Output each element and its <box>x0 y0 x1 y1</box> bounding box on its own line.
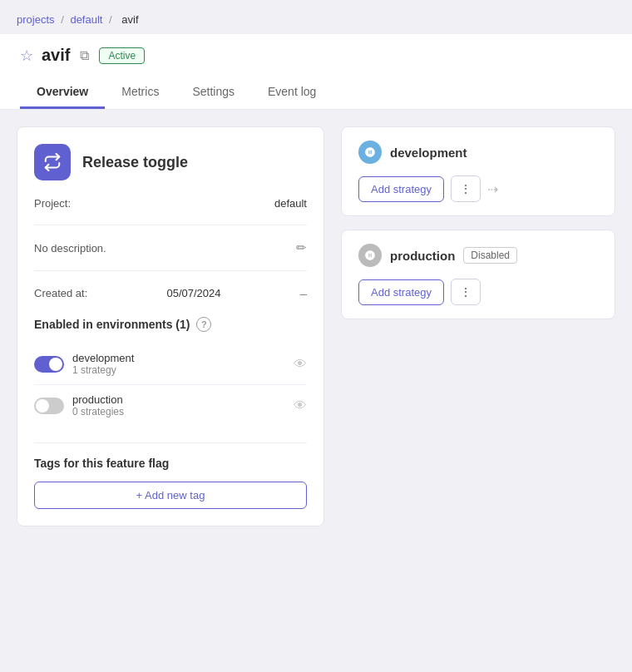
page-title: avif <box>42 46 70 65</box>
environments-section: Enabled in environments (1) ? developmen… <box>34 317 307 426</box>
left-column: Release toggle Project: default No descr… <box>17 126 324 526</box>
env-status-dot-development <box>358 141 382 164</box>
environment-list: development 1 strategy 👁 production 0 st… <box>34 343 307 426</box>
add-strategy-button-development[interactable]: Add strategy <box>358 176 444 202</box>
project-value: default <box>274 197 307 210</box>
copy-icon[interactable]: ⧉ <box>78 47 91 65</box>
description-label: No description. <box>34 242 106 254</box>
more-options-button-production[interactable]: ⋮ <box>451 279 481 305</box>
breadcrumb-default[interactable]: default <box>70 13 102 26</box>
main-content: Release toggle Project: default No descr… <box>0 110 632 543</box>
tab-event-log[interactable]: Event log <box>251 77 333 109</box>
feature-flag-card: Release toggle Project: default No descr… <box>17 126 324 526</box>
created-label: Created at: <box>34 287 87 299</box>
tags-section: Tags for this feature flag + Add new tag <box>34 442 307 509</box>
pin-icon-development[interactable]: ⇢ <box>487 181 498 197</box>
toggle-production[interactable] <box>34 398 64 414</box>
created-value: 05/07/2024 <box>166 287 220 299</box>
breadcrumb: projects / default / avif <box>0 0 632 34</box>
env-status-dot-production <box>358 244 382 267</box>
environments-title: Enabled in environments (1) <box>34 318 190 331</box>
add-tag-button[interactable]: + Add new tag <box>34 482 307 509</box>
eye-icon-production[interactable]: 👁 <box>294 398 307 413</box>
env-card-name-production: production <box>390 249 455 263</box>
tab-metrics[interactable]: Metrics <box>105 77 175 109</box>
page-header: ☆ avif ⧉ Active Overview Metrics Setting… <box>0 34 632 110</box>
help-icon[interactable]: ? <box>196 317 211 332</box>
disabled-badge-production: Disabled <box>463 247 517 264</box>
breadcrumb-projects[interactable]: projects <box>17 13 55 26</box>
add-strategy-button-production[interactable]: Add strategy <box>358 279 444 305</box>
env-card-development: development Add strategy ⋮ ⇢ <box>341 126 615 216</box>
env-strategies-development: 1 strategy <box>72 364 294 376</box>
env-strategies-production: 0 strategies <box>72 406 294 418</box>
tab-settings[interactable]: Settings <box>175 77 251 109</box>
env-info-development: development 1 strategy <box>72 352 294 376</box>
created-dash-icon: – <box>300 286 307 300</box>
status-badge: Active <box>99 47 145 64</box>
env-item-production: production 0 strategies 👁 <box>34 385 307 426</box>
tags-title: Tags for this feature flag <box>34 457 307 470</box>
flag-meta: Project: default No description. ✏ Creat… <box>34 197 307 300</box>
env-name-development: development <box>72 352 294 364</box>
env-info-production: production 0 strategies <box>72 393 294 418</box>
edit-description-icon[interactable]: ✏ <box>296 240 307 255</box>
toggle-development[interactable] <box>34 356 64 373</box>
env-card-name-development: development <box>390 146 467 160</box>
env-card-production: production Disabled Add strategy ⋮ <box>341 230 615 319</box>
breadcrumb-current: avif <box>121 13 138 26</box>
star-icon[interactable]: ☆ <box>20 47 33 65</box>
tab-overview[interactable]: Overview <box>20 77 105 109</box>
env-name-production: production <box>72 393 294 406</box>
more-options-button-development[interactable]: ⋮ <box>451 175 481 202</box>
project-label: Project: <box>34 197 71 210</box>
right-column: development Add strategy ⋮ ⇢ production … <box>341 126 615 526</box>
env-item-development: development 1 strategy 👁 <box>34 343 307 385</box>
flag-type-label: Release toggle <box>82 154 188 171</box>
flag-type-icon <box>34 144 71 180</box>
eye-icon-development[interactable]: 👁 <box>294 357 307 372</box>
tab-bar: Overview Metrics Settings Event log <box>20 77 612 109</box>
